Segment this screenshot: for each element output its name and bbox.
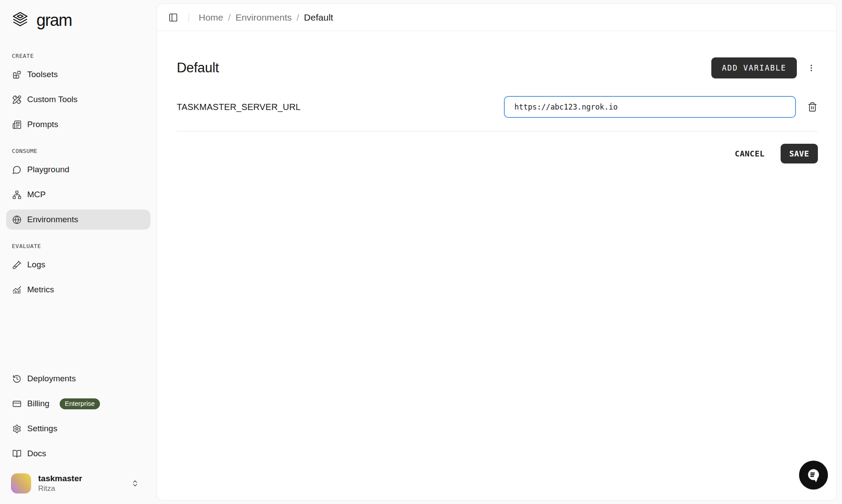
breadcrumb-home[interactable]: Home — [199, 12, 223, 23]
sidebar-item-mcp[interactable]: MCP — [6, 185, 150, 205]
avatar — [11, 473, 31, 493]
sidebar-item-label: Billing — [27, 399, 50, 408]
sidebar-item-playground[interactable]: Playground — [6, 160, 150, 180]
chat-bubble-icon — [806, 467, 821, 483]
delete-variable-button[interactable] — [806, 101, 818, 113]
breadcrumb-environments[interactable]: Environments — [235, 12, 292, 23]
kebab-icon — [807, 64, 816, 72]
cancel-button[interactable]: CANCEL — [735, 149, 765, 158]
more-options-button[interactable] — [805, 60, 818, 76]
sidebar-item-deployments[interactable]: Deployments — [6, 369, 150, 389]
breadcrumb: Home / Environments / Default — [199, 12, 333, 23]
breadcrumb-separator: / — [228, 12, 231, 23]
app-root: gram CREATE Toolsets — [0, 0, 842, 504]
sidebar-item-label: Settings — [27, 424, 57, 433]
save-button[interactable]: SAVE — [781, 144, 818, 163]
breadcrumb-separator: / — [296, 12, 299, 23]
section-header: CONSUME — [6, 148, 150, 154]
variable-row: TASKMASTER_SERVER_URL — [177, 96, 818, 118]
form-actions: CANCEL SAVE — [177, 144, 818, 163]
logs-icon — [12, 260, 21, 270]
sidebar-item-prompts[interactable]: Prompts — [6, 114, 150, 135]
section-header: EVALUATE — [6, 243, 150, 249]
add-variable-button[interactable]: ADD VARIABLE — [711, 57, 797, 78]
user-name: taskmaster — [38, 474, 124, 483]
sidebar-item-label: Prompts — [27, 120, 58, 129]
form-divider — [177, 131, 818, 131]
sidebar-item-metrics[interactable]: Metrics — [6, 280, 150, 300]
sidebar-item-billing[interactable]: Billing Enterprise — [6, 394, 150, 414]
page-title: Default — [177, 60, 219, 76]
sidebar-item-label: Toolsets — [27, 70, 58, 79]
brand-name: gram — [36, 11, 72, 30]
user-meta: taskmaster Ritza — [38, 474, 124, 493]
sidebar-footer-nav: Deployments Billing Enterprise — [0, 369, 157, 464]
sidebar-item-label: Metrics — [27, 285, 54, 295]
sidebar-item-label: Playground — [27, 165, 69, 174]
support-chat-button[interactable] — [799, 461, 828, 490]
nav-section-create: CREATE Toolsets — [6, 53, 150, 135]
sidebar-item-label: Logs — [27, 260, 45, 270]
variable-value-input[interactable] — [504, 96, 796, 118]
docs-icon — [12, 449, 21, 458]
toolsets-icon — [12, 70, 21, 79]
sidebar-item-toolsets[interactable]: Toolsets — [6, 64, 150, 85]
sidebar-item-label: Docs — [27, 449, 46, 458]
sidebar: gram CREATE Toolsets — [0, 0, 157, 504]
title-actions: ADD VARIABLE — [711, 57, 818, 78]
sidebar-item-settings[interactable]: Settings — [6, 419, 150, 439]
section-header: CREATE — [6, 53, 150, 59]
user-org: Ritza — [38, 484, 124, 493]
environment-editor: Default ADD VARIABLE TASKMASTE — [157, 31, 836, 163]
sidebar-toggle-button[interactable] — [168, 13, 178, 22]
header-divider — [189, 13, 189, 22]
sidebar-item-label: Custom Tools — [27, 95, 78, 104]
sidebar-item-label: Deployments — [27, 374, 76, 383]
chevrons-up-down-icon — [131, 479, 139, 487]
main-area: Home / Environments / Default Default AD… — [157, 0, 842, 504]
breadcrumb-current: Default — [304, 12, 333, 23]
environments-icon — [12, 215, 21, 224]
deployments-icon — [12, 374, 21, 383]
nav-section-consume: CONSUME Playground — [6, 148, 150, 230]
prompts-icon — [12, 120, 21, 129]
title-row: Default ADD VARIABLE — [177, 57, 818, 78]
trash-icon — [807, 102, 817, 112]
brand-logo[interactable]: gram — [0, 0, 157, 30]
metrics-icon — [12, 285, 21, 295]
gram-logo-icon — [11, 11, 30, 30]
billing-icon — [12, 399, 21, 408]
org-switcher[interactable]: taskmaster Ritza — [0, 468, 157, 504]
sidebar-item-custom-tools[interactable]: Custom Tools — [6, 89, 150, 110]
main-card: Home / Environments / Default Default AD… — [157, 4, 837, 500]
playground-icon — [12, 165, 21, 174]
sidebar-item-label: Environments — [27, 215, 78, 224]
nav-section-evaluate: EVALUATE Logs — [6, 243, 150, 300]
variable-name-label: TASKMASTER_SERVER_URL — [177, 102, 504, 112]
custom-tools-icon — [12, 95, 21, 104]
sidebar-nav: CREATE Toolsets — [0, 53, 157, 313]
enterprise-badge: Enterprise — [60, 398, 100, 409]
sidebar-item-docs[interactable]: Docs — [6, 444, 150, 464]
sidebar-item-logs[interactable]: Logs — [6, 255, 150, 275]
gear-icon — [12, 424, 21, 433]
sidebar-item-environments[interactable]: Environments — [6, 209, 150, 230]
card-header: Home / Environments / Default — [157, 4, 836, 31]
mcp-icon — [12, 190, 21, 199]
sidebar-item-label: MCP — [27, 190, 46, 199]
